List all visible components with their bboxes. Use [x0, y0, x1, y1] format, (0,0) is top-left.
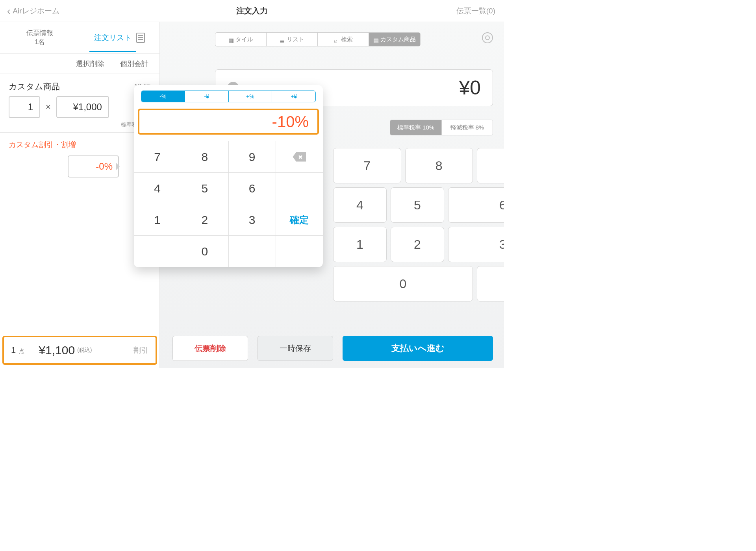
- tab-slip-info[interactable]: 伝票情報 1名: [0, 29, 80, 47]
- key-confirm[interactable]: 確定: [276, 204, 323, 236]
- tab-minus-percent[interactable]: -%: [141, 91, 185, 102]
- discount-popup: -% -¥ +% +¥ -10% 7 8 9 4 5 6 1 2 3 確定 0: [134, 85, 323, 267]
- key-9[interactable]: 9: [229, 141, 276, 173]
- slip-list-button[interactable]: 伝票一覧(0): [456, 6, 495, 16]
- bg-key-5[interactable]: 5: [391, 187, 444, 223]
- tab-plus-yen[interactable]: +¥: [272, 91, 315, 102]
- back-button[interactable]: ‹ Airレジホーム: [7, 6, 59, 16]
- key-blank-3: [229, 236, 276, 267]
- tab-plus-percent[interactable]: +%: [229, 91, 272, 102]
- bg-key-4[interactable]: 4: [333, 187, 387, 223]
- mode-search[interactable]: ⌕検索: [318, 33, 369, 46]
- bg-key-7[interactable]: 7: [333, 148, 401, 183]
- grid-icon: ▦: [228, 37, 233, 42]
- discount-type-segmented: -% -¥ +% +¥: [141, 91, 316, 102]
- delete-slip-button[interactable]: 伝票削除: [172, 336, 248, 361]
- view-mode-segmented: ▦タイル ≣リスト ⌕検索 ▤カスタム商品: [215, 32, 421, 46]
- select-delete-button[interactable]: 選択削除: [76, 59, 104, 68]
- discount-label: カスタム割引・割増: [9, 140, 151, 150]
- backspace-icon: [293, 152, 306, 162]
- price-input[interactable]: ¥1,000: [56, 96, 109, 118]
- key-2[interactable]: 2: [181, 204, 228, 236]
- item-name: カスタム商品: [9, 81, 60, 92]
- discount-keypad: 7 8 9 4 5 6 1 2 3 確定 0: [134, 141, 323, 267]
- tax-note: 標準税率(10: [9, 121, 151, 128]
- tax-reduced[interactable]: 軽減税率 8%: [441, 120, 493, 135]
- multiply-icon: ×: [46, 102, 51, 112]
- bg-key-6[interactable]: 6: [448, 187, 504, 223]
- key-0[interactable]: 0: [181, 236, 228, 267]
- split-payment-button[interactable]: 個別会計: [120, 59, 148, 68]
- hold-button[interactable]: 一時保存: [258, 336, 333, 361]
- key-blank-2: [134, 236, 181, 267]
- total-amount: ¥1,100: [39, 344, 75, 357]
- bg-key-00[interactable]: 00: [477, 266, 504, 301]
- key-6[interactable]: 6: [229, 173, 276, 204]
- qty-input[interactable]: 1: [9, 96, 40, 118]
- mode-custom[interactable]: ▤カスタム商品: [369, 33, 420, 46]
- search-icon: ⌕: [334, 37, 339, 42]
- proceed-payment-button[interactable]: 支払いへ進む: [343, 336, 493, 361]
- list-icon: ≣: [280, 37, 284, 42]
- key-5[interactable]: 5: [181, 173, 228, 204]
- bg-key-2[interactable]: 2: [391, 227, 444, 262]
- bg-key-9[interactable]: 9: [477, 148, 504, 183]
- key-1[interactable]: 1: [134, 204, 181, 236]
- tax-inc-label: (税込): [77, 347, 92, 354]
- key-3[interactable]: 3: [229, 204, 276, 236]
- discount-value-box[interactable]: -0%: [68, 155, 119, 178]
- tax-rate-segmented: 標準税率 10% 軽減税率 8%: [390, 120, 493, 135]
- mode-list[interactable]: ≣リスト: [267, 33, 318, 46]
- amount-value: ¥0: [459, 76, 481, 99]
- bg-key-1[interactable]: 1: [333, 227, 387, 262]
- key-backspace[interactable]: [276, 141, 323, 173]
- page-title: 注文入力: [236, 6, 268, 16]
- calculator-icon: ▤: [373, 37, 378, 42]
- footer-actions: 伝票削除 一時保存 支払いへ進む: [172, 336, 493, 361]
- total-count: 1 点: [11, 345, 24, 355]
- tab-order-list[interactable]: 注文リスト: [80, 33, 160, 43]
- background-keypad: 7 8 9 4 5 6 1 2 3 追加 0 00: [333, 148, 504, 301]
- order-total-bar: 1 点 ¥1,100 (税込) 割引: [2, 336, 157, 365]
- settings-button[interactable]: [482, 32, 493, 43]
- tax-standard[interactable]: 標準税率 10%: [390, 120, 441, 135]
- key-blank-4: [276, 236, 323, 267]
- bg-key-8[interactable]: 8: [405, 148, 473, 183]
- mode-tile[interactable]: ▦タイル: [215, 33, 267, 46]
- key-4[interactable]: 4: [134, 173, 181, 204]
- key-blank-1: [276, 173, 323, 204]
- bg-key-0[interactable]: 0: [333, 266, 473, 301]
- bg-key-3[interactable]: 3: [448, 227, 504, 262]
- back-label: Airレジホーム: [13, 6, 59, 16]
- tab-minus-yen[interactable]: -¥: [185, 91, 229, 102]
- top-bar: ‹ Airレジホーム 注文入力 伝票一覧(0): [0, 0, 504, 22]
- key-8[interactable]: 8: [181, 141, 228, 173]
- document-icon: [136, 33, 145, 43]
- discount-display: -10%: [138, 109, 319, 135]
- key-7[interactable]: 7: [134, 141, 181, 173]
- discount-button[interactable]: 割引: [133, 345, 148, 355]
